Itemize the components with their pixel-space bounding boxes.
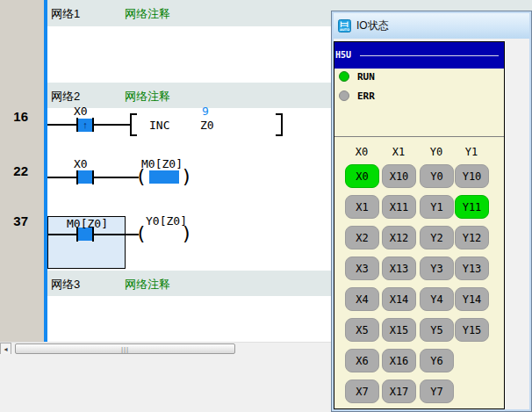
coil-m0z0-energized[interactable] <box>149 170 179 184</box>
io-cell-X1[interactable]: X1 <box>345 195 379 219</box>
svg-text:AUTO: AUTO <box>340 28 349 32</box>
io-cell-Y6[interactable]: Y6 <box>420 349 454 372</box>
io-cell-Y0[interactable]: Y0 <box>420 164 454 188</box>
dialog-client-area: H5U RUN ERR X0X1Y0Y1X0X1X2X3X4X5X6X7X10X… <box>334 39 529 409</box>
io-panel: H5U RUN ERR X0X1Y0Y1X0X1X2X3X4X5X6X7X10X… <box>334 41 505 409</box>
contact-right-bar <box>92 170 94 184</box>
device-name: H5U <box>335 50 351 60</box>
io-cell-X17[interactable]: X17 <box>382 379 416 403</box>
rung-37-number: 37 <box>0 213 28 228</box>
dialog-title: IO状态 <box>356 18 389 33</box>
network-2-title: 网络2 <box>51 89 80 105</box>
io-cell-X15[interactable]: X15 <box>382 318 416 342</box>
run-led-label: RUN <box>357 71 375 83</box>
dialog-titlebar[interactable]: AUTO IO状态 <box>334 13 529 39</box>
io-cell-X13[interactable]: X13 <box>382 257 416 280</box>
io-column-header-Y1: Y1 <box>454 146 489 158</box>
io-cell-Y3[interactable]: Y3 <box>420 257 454 280</box>
contact-label-x0[interactable]: X0 <box>74 105 88 118</box>
panel-separator <box>334 136 504 137</box>
io-cell-Y13[interactable]: Y13 <box>455 257 489 280</box>
io-cell-X2[interactable]: X2 <box>345 226 379 249</box>
horizontal-scrollbar[interactable]: ◂ ||| <box>0 342 332 354</box>
network-3-comment[interactable]: 网络注释 <box>125 277 170 293</box>
io-cell-Y1[interactable]: Y1 <box>420 195 454 219</box>
io-column-header-X0: X0 <box>344 146 379 158</box>
io-cell-X14[interactable]: X14 <box>382 287 416 311</box>
instruction-inc[interactable]: INC <box>149 119 169 132</box>
err-led <box>339 90 349 101</box>
io-cell-X10[interactable]: X10 <box>382 164 416 188</box>
io-cell-X6[interactable]: X6 <box>345 349 379 372</box>
io-column-header-X1: X1 <box>381 146 416 158</box>
io-column-header-Y0: Y0 <box>419 146 454 158</box>
device-header-rule <box>360 55 499 56</box>
io-cell-Y11[interactable]: Y11 <box>455 195 489 219</box>
coil-label-y0z0[interactable]: Y0[Z0] <box>146 214 187 228</box>
coil-label-m0z0[interactable]: M0[Z0] <box>141 157 183 170</box>
run-led <box>339 71 349 82</box>
scrollbar-thumb[interactable]: ||| <box>15 343 235 354</box>
rising-edge-contact-x0[interactable]: ↑ <box>78 119 92 132</box>
operand-value: 9 <box>202 105 209 118</box>
io-cell-Y12[interactable]: Y12 <box>455 226 489 249</box>
rung-22-number: 22 <box>0 163 28 178</box>
io-cell-X5[interactable]: X5 <box>345 318 379 342</box>
contact-label-m0z0[interactable]: M0[Z0] <box>67 217 108 230</box>
io-cell-Y15[interactable]: Y15 <box>455 318 489 342</box>
contact-right-bar <box>92 118 94 132</box>
io-cell-X4[interactable]: X4 <box>345 287 379 311</box>
network-2-comment[interactable]: 网络注释 <box>125 89 170 105</box>
io-status-auto-icon: AUTO <box>338 19 351 33</box>
io-cell-Y14[interactable]: Y14 <box>455 287 489 311</box>
io-cell-X11[interactable]: X11 <box>382 195 416 219</box>
io-cell-Y2[interactable]: Y2 <box>420 226 454 249</box>
instruction-close-bracket <box>276 113 283 136</box>
autoshop-window: 网络1 网络注释 网络2 网络注释 网络3 网络注释 16 ↑ X0 INC 9… <box>0 0 532 412</box>
io-cell-X16[interactable]: X16 <box>382 349 416 372</box>
contact-x0-energized[interactable] <box>78 170 92 184</box>
io-cell-X3[interactable]: X3 <box>345 257 379 280</box>
instruction-open-bracket <box>130 113 137 136</box>
device-header-band: H5U <box>334 42 504 69</box>
err-led-label: ERR <box>357 90 375 102</box>
coil-close-paren: ) <box>181 167 192 186</box>
io-cell-X0[interactable]: X0 <box>345 164 379 188</box>
io-cell-X7[interactable]: X7 <box>345 379 379 403</box>
rung-16-number: 16 <box>0 109 28 124</box>
contact-label-x0[interactable]: X0 <box>74 157 88 170</box>
io-cell-Y7[interactable]: Y7 <box>420 379 454 403</box>
io-cell-X12[interactable]: X12 <box>382 226 416 249</box>
operand-z0[interactable]: Z0 <box>200 119 214 132</box>
io-status-dialog: AUTO IO状态 H5U RUN ERR X0X1Y0Y1X0X1X2X3X4… <box>331 11 532 412</box>
network-3-title: 网络3 <box>51 277 80 293</box>
scroll-left-button[interactable]: ◂ <box>0 343 11 355</box>
io-cell-Y5[interactable]: Y5 <box>420 318 454 342</box>
io-cell-Y4[interactable]: Y4 <box>420 287 454 311</box>
network-1-title: 网络1 <box>51 6 80 22</box>
io-cell-Y10[interactable]: Y10 <box>455 164 489 188</box>
network-1-comment[interactable]: 网络注释 <box>125 6 170 22</box>
